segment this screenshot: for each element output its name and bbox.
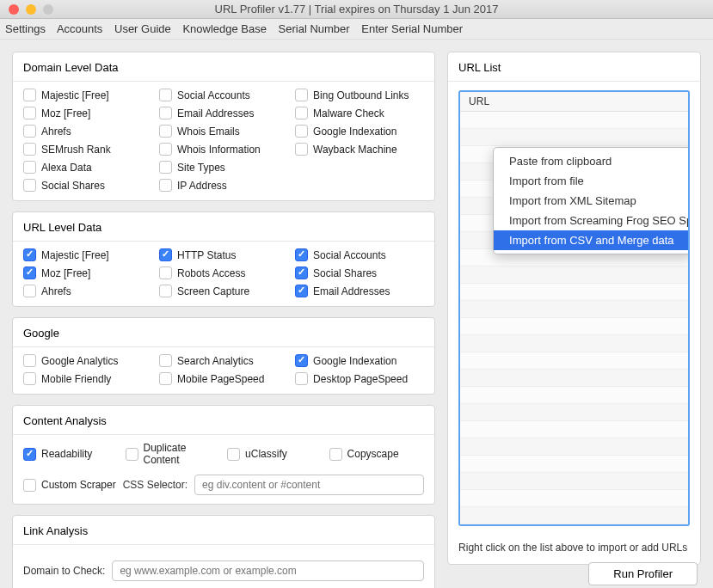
url-row[interactable] xyxy=(460,387,688,404)
google-checkbox-3[interactable]: Mobile Friendly xyxy=(23,372,152,385)
domain-checkbox-0[interactable]: Majestic [Free] xyxy=(23,89,152,101)
url-checkbox-7[interactable]: Screen Capture xyxy=(159,285,288,297)
google-checkbox-4[interactable]: Mobile PageSpeed xyxy=(159,372,288,385)
checkbox-icon xyxy=(295,89,308,101)
checkbox-label: Email Addresses xyxy=(313,285,390,297)
domain-checkbox-5[interactable]: Malware Check xyxy=(295,107,424,119)
domain-checkbox-11[interactable]: Wayback Machine xyxy=(295,143,424,156)
url-row[interactable] xyxy=(460,404,688,421)
checkbox-label: Google Analytics xyxy=(41,355,118,367)
url-row[interactable] xyxy=(460,438,688,456)
css-selector-input[interactable] xyxy=(194,475,424,495)
checkbox-label: Google Indexation xyxy=(313,355,396,367)
url-row[interactable] xyxy=(460,456,688,473)
url-checkbox-3[interactable]: Moz [Free] xyxy=(23,266,152,279)
domain-checkbox-3[interactable]: Moz [Free] xyxy=(23,107,152,119)
run-profiler-button[interactable]: Run Profiler xyxy=(588,562,698,585)
menu-serial-number[interactable]: Serial Number xyxy=(279,22,350,35)
url-row[interactable] xyxy=(460,112,688,129)
menu-enter-serial-number[interactable]: Enter Serial Number xyxy=(361,22,463,35)
domain-to-check-input[interactable] xyxy=(112,560,424,581)
checkbox-icon xyxy=(227,448,240,461)
minimize-button[interactable] xyxy=(26,4,36,15)
context-menu-item-3[interactable]: Import from Screaming Frog SEO Spider xyxy=(494,211,690,230)
checkbox-label: Search Analytics xyxy=(177,355,254,367)
google-checkbox-0[interactable]: Google Analytics xyxy=(23,354,152,367)
window-title: URL Profiler v1.77 | Trial expires on Th… xyxy=(215,3,499,15)
url-list[interactable]: URL Paste from clipboardImport from file… xyxy=(458,90,690,526)
url-row[interactable] xyxy=(460,266,688,284)
url-checkbox-6[interactable]: Ahrefs xyxy=(23,285,152,297)
menu-user-guide[interactable]: User Guide xyxy=(114,22,171,35)
domain-checkbox-13[interactable]: Site Types xyxy=(159,161,288,174)
google-panel: Google Google AnalyticsSearch AnalyticsG… xyxy=(12,317,435,395)
domain-checkbox-16[interactable]: IP Address xyxy=(159,179,288,192)
checkbox-label: Readability xyxy=(41,448,92,460)
content-checkbox-0[interactable]: Readability xyxy=(23,442,119,466)
context-menu: Paste from clipboardImport from fileImpo… xyxy=(493,147,690,254)
context-menu-item-4[interactable]: Import from CSV and Merge data xyxy=(494,230,690,250)
checkbox-icon xyxy=(329,448,342,461)
menu-accounts[interactable]: Accounts xyxy=(57,22,102,35)
url-row[interactable] xyxy=(460,370,688,387)
domain-checkbox-2[interactable]: Bing Outbound Links xyxy=(295,89,424,101)
close-button[interactable] xyxy=(9,4,19,15)
url-checkbox-5[interactable]: Social Shares xyxy=(295,266,424,279)
domain-checkbox-6[interactable]: Ahrefs xyxy=(23,125,152,138)
url-row[interactable] xyxy=(460,473,688,490)
url-row[interactable] xyxy=(460,284,688,301)
url-row[interactable] xyxy=(460,301,688,318)
url-checkbox-4[interactable]: Robots Access xyxy=(159,266,288,279)
url-row[interactable] xyxy=(460,335,688,352)
context-menu-item-0[interactable]: Paste from clipboard xyxy=(494,151,690,171)
url-level-panel: URL Level Data Majestic [Free]HTTP Statu… xyxy=(12,211,435,307)
menu-settings[interactable]: Settings xyxy=(5,22,46,35)
checkbox-icon xyxy=(23,448,36,461)
content-checkbox-3[interactable]: Copyscape xyxy=(329,442,425,466)
url-row[interactable] xyxy=(460,490,688,507)
google-checkbox-5[interactable]: Desktop PageSpeed xyxy=(295,372,424,385)
checkbox-label: Email Addresses xyxy=(177,107,254,119)
domain-checkbox-15[interactable]: Social Shares xyxy=(23,179,152,192)
domain-to-check-label: Domain to Check: xyxy=(23,565,105,577)
checkbox-label: Desktop PageSpeed xyxy=(313,373,408,385)
domain-checkbox-9[interactable]: SEMrush Rank xyxy=(23,143,152,156)
custom-scraper-checkbox[interactable]: Custom Scraper xyxy=(23,479,116,492)
content-checkbox-2[interactable]: uClassify xyxy=(227,442,323,466)
checkbox-label: IP Address xyxy=(177,180,227,192)
css-selector-label: CSS Selector: xyxy=(123,479,187,491)
checkbox-label: Copyscape xyxy=(347,448,399,460)
content-analysis-title: Content Analysis xyxy=(13,406,434,435)
checkbox-label: Mobile Friendly xyxy=(41,373,111,385)
menu-knowledge-base[interactable]: Knowledge Base xyxy=(182,22,267,35)
domain-checkbox-1[interactable]: Social Accounts xyxy=(159,89,288,101)
maximize-button[interactable] xyxy=(43,4,53,15)
domain-checkbox-12[interactable]: Alexa Data xyxy=(23,161,152,174)
checkbox-label: Screen Capture xyxy=(177,285,249,297)
checkbox-icon xyxy=(23,372,36,385)
context-menu-item-1[interactable]: Import from file xyxy=(494,171,690,191)
domain-checkbox-10[interactable]: Whois Information xyxy=(159,143,288,156)
domain-checkbox-4[interactable]: Email Addresses xyxy=(159,107,288,119)
url-checkbox-8[interactable]: Email Addresses xyxy=(295,285,424,297)
url-row[interactable] xyxy=(460,421,688,438)
url-row[interactable] xyxy=(460,129,688,146)
checkbox-icon xyxy=(159,143,172,156)
google-checkbox-2[interactable]: Google Indexation xyxy=(295,354,424,367)
domain-checkbox-8[interactable]: Google Indexation xyxy=(295,125,424,138)
context-menu-item-2[interactable]: Import from XML Sitemap xyxy=(494,191,690,211)
content-checkbox-1[interactable]: Duplicate Content xyxy=(126,442,221,466)
url-row[interactable] xyxy=(460,318,688,335)
url-checkbox-1[interactable]: HTTP Status xyxy=(159,248,288,261)
url-checkbox-0[interactable]: Majestic [Free] xyxy=(23,248,152,261)
checkbox-label: Bing Outbound Links xyxy=(313,89,409,101)
url-list-column[interactable]: URL xyxy=(460,92,688,112)
checkbox-label: Whois Information xyxy=(177,144,261,156)
url-list-panel: URL List URL Paste from clipboardImport … xyxy=(447,52,701,565)
domain-checkbox-7[interactable]: Whois Emails xyxy=(159,125,288,138)
google-checkbox-1[interactable]: Search Analytics xyxy=(159,354,288,367)
url-checkbox-2[interactable]: Social Accounts xyxy=(295,248,424,261)
url-row[interactable] xyxy=(460,352,688,370)
checkbox-icon xyxy=(159,285,172,297)
url-row[interactable] xyxy=(460,507,688,524)
